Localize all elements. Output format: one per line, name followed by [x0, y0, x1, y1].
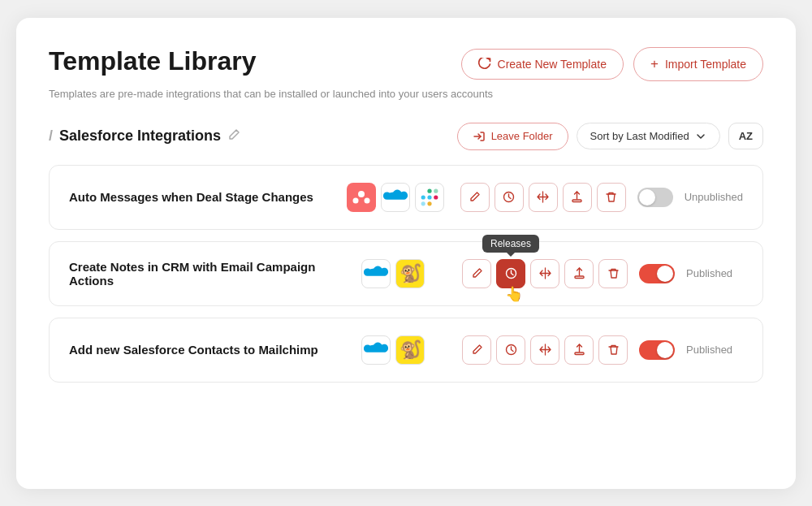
folder-path: / Salesforce Integrations	[49, 128, 240, 145]
sort-label: Sort by Last Modified	[590, 130, 689, 142]
svg-rect-9	[421, 201, 425, 205]
leave-folder-label: Leave Folder	[491, 130, 553, 142]
svg-rect-12	[572, 200, 581, 202]
delete-button[interactable]	[598, 259, 628, 288]
chevron-down-icon	[695, 131, 706, 142]
header-buttons: Create New Template + Import Template	[461, 47, 763, 81]
releases-tooltip: Releases	[482, 235, 539, 253]
folder-actions: Leave Folder Sort by Last Modified AZ	[457, 123, 763, 150]
breadcrumb-separator: /	[49, 128, 53, 145]
import-template-label: Import Template	[665, 58, 746, 71]
template-list: Auto Messages when Deal Stage Changes	[49, 165, 763, 383]
delete-button[interactable]	[597, 183, 626, 212]
template-row: Create Notes in CRM with Email Campaign …	[49, 241, 763, 306]
releases-button[interactable]	[496, 335, 525, 365]
template-name: Create Notes in CRM with Email Campaign …	[69, 260, 345, 288]
move-button[interactable]	[529, 183, 558, 212]
svg-point-3	[364, 197, 369, 203]
status-badge: Published	[686, 267, 743, 279]
export-button[interactable]	[563, 183, 592, 212]
svg-rect-5	[427, 195, 431, 199]
toggle-knob	[657, 266, 673, 282]
template-name: Auto Messages when Deal Stage Changes	[69, 190, 330, 204]
releases-tooltip-container: Releases 👆	[496, 259, 525, 288]
svg-rect-14	[575, 276, 584, 279]
leave-folder-icon	[473, 130, 486, 143]
create-new-template-button[interactable]: Create New Template	[461, 49, 624, 80]
edit-folder-name-icon[interactable]	[227, 128, 240, 144]
asana-logo	[347, 183, 376, 212]
import-template-button[interactable]: + Import Template	[633, 47, 763, 81]
folder-bar: / Salesforce Integrations Leave Folder S…	[49, 123, 763, 150]
template-actions: Unpublished	[460, 183, 743, 212]
publish-toggle[interactable]	[639, 264, 675, 283]
salesforce-logo	[361, 259, 391, 288]
export-button[interactable]	[564, 335, 594, 365]
page-subtitle: Templates are pre-made integrations that…	[49, 88, 763, 100]
salesforce-logo	[381, 183, 410, 212]
edit-button[interactable]	[460, 183, 490, 212]
export-button[interactable]	[564, 259, 594, 288]
az-label: AZ	[739, 130, 753, 142]
create-new-template-label: Create New Template	[498, 58, 607, 71]
svg-rect-16	[575, 352, 584, 355]
folder-name: Salesforce Integrations	[59, 128, 221, 145]
template-app-icons	[347, 183, 444, 212]
toggle-knob	[639, 189, 655, 205]
status-badge: Unpublished	[685, 191, 743, 203]
toggle-knob	[657, 342, 673, 358]
page-title: Template Library	[49, 47, 256, 76]
releases-button[interactable]	[496, 259, 525, 288]
plus-icon: +	[650, 56, 659, 72]
edit-button[interactable]	[462, 335, 491, 365]
edit-button[interactable]	[462, 259, 491, 288]
template-app-icons: 🐒	[361, 335, 425, 365]
delete-button[interactable]	[598, 335, 628, 365]
svg-point-2	[352, 197, 358, 203]
mailchimp-logo: 🐒	[395, 259, 425, 288]
svg-rect-7	[427, 201, 431, 205]
publish-toggle[interactable]	[639, 340, 675, 360]
template-actions: Releases 👆	[462, 259, 743, 288]
az-sort-button[interactable]: AZ	[728, 123, 763, 149]
publish-toggle[interactable]	[637, 188, 673, 207]
template-row: Auto Messages when Deal Stage Changes	[49, 165, 763, 230]
move-button[interactable]	[530, 335, 559, 365]
template-actions: Published	[462, 335, 743, 365]
mailchimp-logo: 🐒	[395, 335, 425, 365]
template-name: Add new Salesforce Contacts to Mailchimp	[69, 343, 345, 357]
svg-point-1	[358, 191, 365, 197]
releases-button[interactable]	[495, 183, 524, 212]
move-button[interactable]	[530, 259, 559, 288]
template-row: Add new Salesforce Contacts to Mailchimp…	[49, 318, 763, 383]
salesforce-logo	[361, 335, 391, 365]
svg-rect-8	[434, 195, 438, 199]
status-badge: Published	[686, 344, 743, 356]
refresh-icon	[478, 58, 491, 71]
template-app-icons: 🐒	[361, 259, 425, 288]
svg-rect-4	[421, 195, 425, 199]
sort-button[interactable]: Sort by Last Modified	[577, 123, 720, 149]
leave-folder-button[interactable]: Leave Folder	[457, 123, 568, 150]
svg-rect-6	[427, 188, 431, 192]
svg-rect-10	[434, 188, 438, 192]
slack-logo	[415, 183, 444, 212]
